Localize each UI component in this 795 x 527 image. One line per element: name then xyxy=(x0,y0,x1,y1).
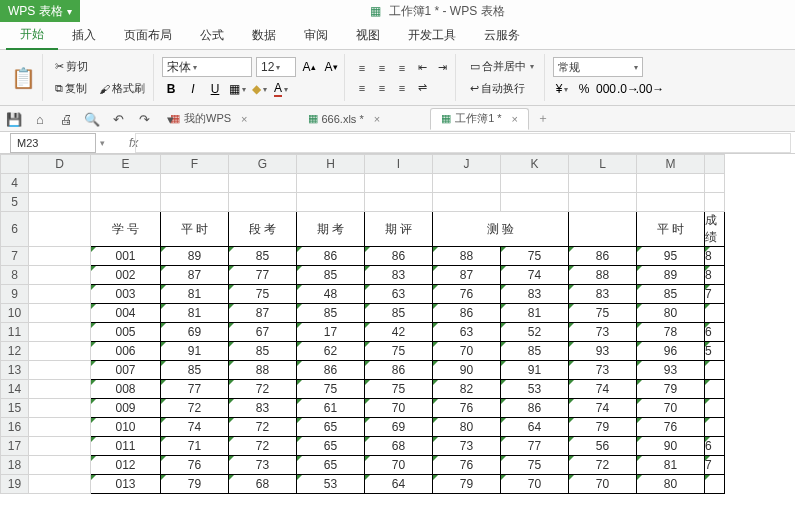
row-header[interactable]: 18 xyxy=(1,456,29,475)
cell[interactable] xyxy=(29,266,91,285)
cell[interactable]: 68 xyxy=(365,437,433,456)
merge-center-button[interactable]: ▭ 合并居中 ▾ xyxy=(464,57,540,76)
cell[interactable]: 83 xyxy=(501,285,569,304)
cell[interactable]: 74 xyxy=(569,399,637,418)
cell[interactable]: 62 xyxy=(297,342,365,361)
column-header-partial[interactable] xyxy=(705,155,725,174)
cell[interactable]: 65 xyxy=(297,437,365,456)
cell[interactable]: 001 xyxy=(91,247,161,266)
cell[interactable]: 85 xyxy=(637,285,705,304)
cell[interactable]: 78 xyxy=(637,323,705,342)
column-header-E[interactable]: E xyxy=(91,155,161,174)
cell[interactable]: 70 xyxy=(365,399,433,418)
row-header[interactable]: 9 xyxy=(1,285,29,304)
cell[interactable]: 005 xyxy=(91,323,161,342)
row-header[interactable]: 10 xyxy=(1,304,29,323)
row-header[interactable]: 7 xyxy=(1,247,29,266)
cell[interactable]: 75 xyxy=(569,304,637,323)
table-header[interactable]: 段 考 xyxy=(229,212,297,247)
italic-button[interactable]: I xyxy=(184,80,202,98)
row-header[interactable]: 15 xyxy=(1,399,29,418)
cell[interactable]: 85 xyxy=(501,342,569,361)
close-icon[interactable]: × xyxy=(512,113,518,125)
cell[interactable]: 008 xyxy=(91,380,161,399)
cell[interactable]: 48 xyxy=(297,285,365,304)
row-header[interactable]: 13 xyxy=(1,361,29,380)
cell[interactable] xyxy=(161,193,229,212)
copy-button[interactable]: ⧉ 复制 xyxy=(51,79,91,98)
cell[interactable]: 63 xyxy=(365,285,433,304)
table-header[interactable]: 平 时 xyxy=(637,212,705,247)
qat-dropdown[interactable]: ▾ xyxy=(160,109,180,129)
borders-button[interactable]: ▦▾ xyxy=(228,80,246,98)
cell[interactable]: 81 xyxy=(501,304,569,323)
cell[interactable] xyxy=(29,380,91,399)
cell[interactable] xyxy=(705,380,725,399)
currency-button[interactable]: ¥▾ xyxy=(553,80,571,98)
cell[interactable] xyxy=(161,174,229,193)
menu-页面布局[interactable]: 页面布局 xyxy=(110,22,186,50)
align-center-button[interactable]: ≡ xyxy=(373,79,391,97)
menu-开始[interactable]: 开始 xyxy=(6,22,58,50)
cell[interactable]: 72 xyxy=(229,418,297,437)
row-header[interactable]: 5 xyxy=(1,193,29,212)
cell[interactable]: 86 xyxy=(569,247,637,266)
cell[interactable]: 93 xyxy=(569,342,637,361)
cell[interactable]: 63 xyxy=(433,323,501,342)
table-header[interactable]: 期 考 xyxy=(297,212,365,247)
menu-云服务[interactable]: 云服务 xyxy=(470,22,534,50)
cell[interactable] xyxy=(705,475,725,494)
column-header-H[interactable]: H xyxy=(297,155,365,174)
menu-数据[interactable]: 数据 xyxy=(238,22,290,50)
indent-decrease-button[interactable]: ⇤ xyxy=(413,59,431,77)
print-button[interactable]: 🖨 xyxy=(56,109,76,129)
menu-公式[interactable]: 公式 xyxy=(186,22,238,50)
row-header[interactable]: 14 xyxy=(1,380,29,399)
cell[interactable]: 85 xyxy=(161,361,229,380)
worksheet-grid[interactable]: DEFGHIJKLM456学 号平 时段 考期 考期 评测 验平 时成 绩700… xyxy=(0,154,795,494)
row-header[interactable]: 11 xyxy=(1,323,29,342)
undo-button[interactable]: ↶ xyxy=(108,109,128,129)
cell[interactable]: 86 xyxy=(365,361,433,380)
cell[interactable]: 70 xyxy=(365,456,433,475)
cell[interactable]: 42 xyxy=(365,323,433,342)
cell[interactable]: 013 xyxy=(91,475,161,494)
cell[interactable] xyxy=(297,193,365,212)
cell[interactable]: 88 xyxy=(569,266,637,285)
cell[interactable]: 83 xyxy=(229,399,297,418)
row-header[interactable]: 19 xyxy=(1,475,29,494)
cell[interactable] xyxy=(29,456,91,475)
table-header[interactable]: 成 绩 xyxy=(705,212,725,247)
cell[interactable]: 85 xyxy=(229,247,297,266)
cell[interactable] xyxy=(29,437,91,456)
align-right-button[interactable]: ≡ xyxy=(393,79,411,97)
font-name-select[interactable]: 宋体 ▾ xyxy=(162,57,252,77)
cell[interactable]: 004 xyxy=(91,304,161,323)
name-box[interactable]: M23 xyxy=(10,133,96,153)
row-header[interactable]: 8 xyxy=(1,266,29,285)
align-left-button[interactable]: ≡ xyxy=(353,79,371,97)
cell[interactable]: 003 xyxy=(91,285,161,304)
cell[interactable]: 72 xyxy=(569,456,637,475)
percent-button[interactable]: % xyxy=(575,80,593,98)
number-format-select[interactable]: 常规 ▾ xyxy=(553,57,643,77)
cell[interactable]: 87 xyxy=(229,304,297,323)
cell[interactable]: 006 xyxy=(91,342,161,361)
cell[interactable]: 70 xyxy=(433,342,501,361)
cell[interactable]: 86 xyxy=(297,361,365,380)
cell[interactable]: 75 xyxy=(501,456,569,475)
cell[interactable]: 72 xyxy=(229,380,297,399)
column-header-J[interactable]: J xyxy=(433,155,501,174)
cell[interactable]: 89 xyxy=(161,247,229,266)
align-top-button[interactable]: ≡ xyxy=(353,59,371,77)
fx-button[interactable]: fx xyxy=(109,136,131,150)
cell[interactable] xyxy=(501,174,569,193)
cell[interactable]: 79 xyxy=(637,380,705,399)
row-header[interactable]: 4 xyxy=(1,174,29,193)
cell[interactable]: 72 xyxy=(229,437,297,456)
home-button[interactable]: ⌂ xyxy=(30,109,50,129)
table-header[interactable]: 学 号 xyxy=(91,212,161,247)
cell[interactable]: 77 xyxy=(161,380,229,399)
cell[interactable]: 79 xyxy=(161,475,229,494)
cell[interactable]: 87 xyxy=(433,266,501,285)
